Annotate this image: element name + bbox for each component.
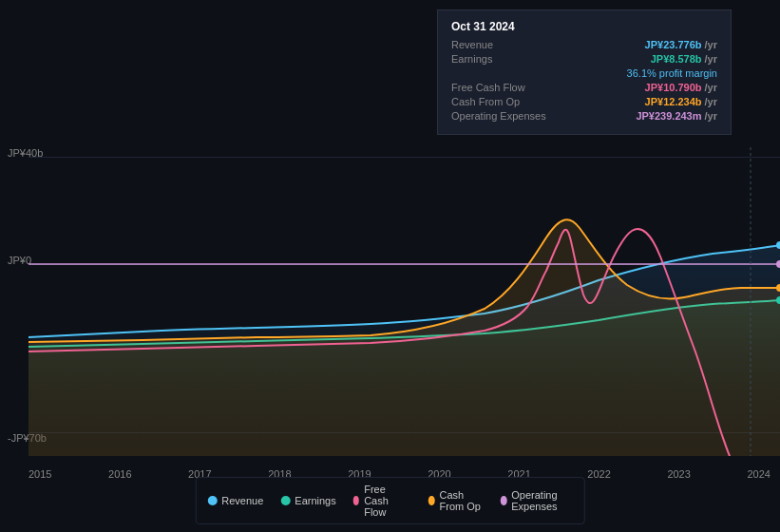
- legend-revenue[interactable]: Revenue: [207, 495, 263, 506]
- legend-cfo-label: Cash From Op: [440, 489, 484, 512]
- legend-fcf[interactable]: Free Cash Flow: [353, 484, 411, 518]
- tooltip-row-revenue: Revenue JP¥23.776b/yr: [451, 39, 717, 50]
- legend-opex-label: Operating Expenses: [511, 489, 572, 512]
- revenue-dot: [207, 496, 217, 505]
- tooltip-row-opex: Operating Expenses JP¥239.243m/yr: [451, 110, 717, 122]
- legend-opex[interactable]: Operating Expenses: [501, 489, 573, 512]
- opex-dot: [501, 496, 506, 505]
- tooltip: Oct 31 2024 Revenue JP¥23.776b/yr Earnin…: [437, 10, 732, 135]
- fcf-label: Free Cash Flow: [451, 82, 556, 93]
- x-label-2016: 2016: [108, 468, 131, 480]
- tooltip-row-earnings: Earnings JP¥8.578b/yr: [451, 53, 717, 65]
- opex-label: Operating Expenses: [451, 110, 556, 122]
- tooltip-row-fcf: Free Cash Flow JP¥10.790b/yr: [451, 82, 717, 93]
- profit-margin-row: 36.1% profit margin: [451, 67, 717, 79]
- legend-fcf-label: Free Cash Flow: [364, 484, 411, 518]
- legend-cfo[interactable]: Cash From Op: [428, 489, 484, 512]
- legend-earnings[interactable]: Earnings: [280, 495, 335, 506]
- tooltip-row-cfo: Cash From Op JP¥12.234b/yr: [451, 96, 717, 107]
- earnings-label: Earnings: [451, 53, 556, 65]
- chart-svg: [29, 147, 780, 456]
- x-label-2024: 2024: [747, 468, 770, 480]
- legend-earnings-label: Earnings: [295, 495, 335, 506]
- profit-margin: 36.1% profit margin: [627, 67, 717, 79]
- x-label-2022: 2022: [587, 468, 610, 480]
- chart-container: Oct 31 2024 Revenue JP¥23.776b/yr Earnin…: [0, 0, 780, 532]
- legend-revenue-label: Revenue: [221, 495, 263, 506]
- legend: Revenue Earnings Free Cash Flow Cash Fro…: [195, 477, 585, 524]
- cfo-dot: [428, 496, 434, 505]
- cfo-value: JP¥12.234b/yr: [645, 96, 717, 107]
- revenue-label: Revenue: [451, 39, 556, 50]
- earnings-dot: [280, 496, 290, 505]
- opex-value: JP¥239.243m/yr: [636, 110, 717, 122]
- fcf-value: JP¥10.790b/yr: [645, 82, 717, 93]
- cfo-label: Cash From Op: [451, 96, 556, 107]
- tooltip-date: Oct 31 2024: [451, 20, 717, 33]
- x-label-2015: 2015: [29, 468, 51, 480]
- fcf-dot: [353, 496, 359, 505]
- earnings-value: JP¥8.578b/yr: [651, 53, 717, 65]
- x-label-2023: 2023: [667, 468, 690, 480]
- revenue-value: JP¥23.776b/yr: [645, 39, 717, 50]
